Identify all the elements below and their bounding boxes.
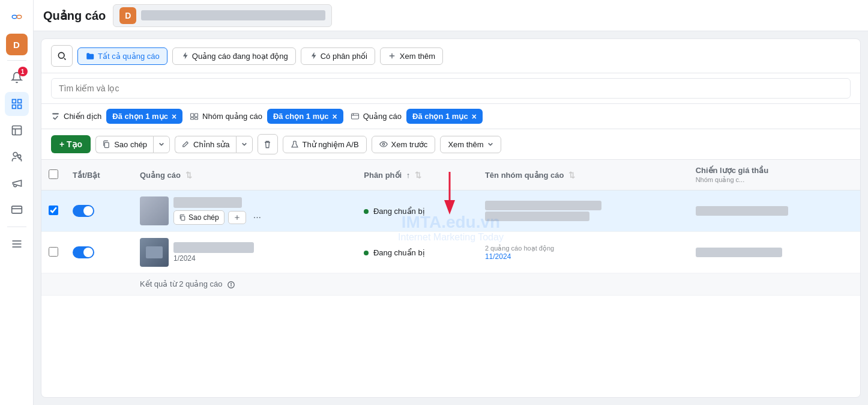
filter-all-label: Tất cả quảng cáo	[98, 52, 160, 61]
create-button[interactable]: + Tạo	[51, 135, 91, 153]
more-actions-button[interactable]: Xem thêm	[440, 136, 501, 153]
svg-rect-5	[17, 105, 21, 109]
row2-adgroup-name: 2 quảng cáo hoạt động	[485, 245, 681, 252]
svg-rect-24	[351, 114, 358, 119]
search-input[interactable]	[51, 78, 851, 99]
filter-more-btn[interactable]: Xem thêm	[380, 47, 443, 65]
sidebar-item-billing[interactable]	[5, 198, 29, 222]
row2-check-cell	[41, 232, 65, 273]
search-bar	[41, 73, 860, 104]
filter-all-ads-btn[interactable]: Tất cả quảng cáo	[77, 47, 167, 65]
chevron-down-icon-edit	[241, 141, 247, 147]
edit-split-button: Chỉnh sửa	[175, 136, 252, 153]
svg-rect-23	[194, 118, 197, 120]
preview-button[interactable]: Xem trước	[372, 136, 436, 153]
flash-icon-1	[180, 52, 188, 60]
ad-chip[interactable]: Đã chọn 1 mục ×	[406, 109, 483, 124]
ad-chip-close[interactable]: ×	[472, 112, 477, 121]
audience-icon	[11, 151, 23, 163]
ad-chip-group: Quảng cáo Đã chọn 1 mục ×	[351, 109, 483, 124]
svg-point-0	[12, 15, 17, 19]
filter-distributed-btn[interactable]: Có phân phối	[301, 47, 375, 65]
sidebar-item-account-d[interactable]: D	[6, 34, 28, 55]
filter-active-ads-btn[interactable]: Quảng cáo đang hoạt động	[172, 47, 296, 65]
row1-status-dot	[364, 209, 369, 214]
notification-badge: 1	[18, 67, 28, 76]
search-filter-btn[interactable]	[51, 45, 73, 67]
meta-logo-icon	[11, 11, 23, 23]
row2-toggle[interactable]	[73, 246, 94, 258]
campaign-chip-close[interactable]: ×	[172, 112, 176, 121]
row2-adgroup-date: 11/2024	[485, 252, 681, 261]
col-header-adgroup: Tên nhóm quảng cáo ⇅	[478, 160, 689, 190]
table-body: ████ Sao chép	[41, 190, 860, 296]
row1-checkbox[interactable]	[49, 206, 58, 215]
copy-dropdown-btn[interactable]	[153, 136, 170, 153]
row2-status-text: Đang chuẩn bị	[373, 248, 425, 257]
row1-thumb-inner	[140, 196, 169, 225]
adgroup-icon	[190, 112, 199, 121]
row1-toggle[interactable]	[73, 205, 94, 217]
row1-status-text: Đang chuẩn bị	[373, 207, 425, 216]
adgroup-chip-close[interactable]: ×	[332, 112, 337, 121]
campaign-label: Chiến dịch	[51, 112, 101, 121]
row1-thumbnail	[140, 196, 169, 225]
ab-test-button[interactable]: Thử nghiệm A/B	[283, 136, 367, 153]
main-area: Quảng cáo D ████████████████████████████…	[34, 0, 868, 405]
col-header-distribution[interactable]: Phân phối ⇅	[357, 160, 478, 190]
sidebar-item-ads[interactable]	[5, 171, 29, 195]
table-header-row: Tắt/Bật Quảng cáo ⇅ Phân phối ⇅	[41, 160, 860, 190]
sidebar-item-menu[interactable]	[5, 232, 29, 256]
svg-point-1	[17, 15, 22, 19]
adgroup-chip-group: Nhóm quảng cáo Đã chọn 1 mục ×	[190, 109, 343, 124]
row2-toggle-cell	[65, 232, 133, 273]
row1-toggle-cell	[65, 190, 133, 232]
svg-rect-21	[194, 114, 197, 117]
svg-rect-22	[191, 118, 194, 120]
delete-button[interactable]	[258, 134, 278, 154]
svg-rect-20	[191, 114, 194, 117]
select-all-checkbox[interactable]	[49, 169, 58, 179]
table-row: ████ 1/2024 Đang chuẩn bị	[41, 232, 860, 273]
row1-bid-cell: ████	[689, 190, 860, 232]
svg-point-33	[231, 283, 232, 284]
create-label: + Tạo	[59, 139, 82, 149]
sidebar-item-content[interactable]	[5, 118, 29, 142]
row1-adgroup-sub: ████	[485, 210, 681, 221]
account-letter: D	[13, 40, 20, 50]
filter-active-label: Quảng cáo đang hoạt động	[192, 52, 288, 61]
row2-thumb-img	[146, 246, 163, 258]
row2-adgroup-cell: 2 quảng cáo hoạt động 11/2024	[478, 232, 689, 273]
sidebar-item-audience[interactable]	[5, 145, 29, 169]
bid-sub-label: Nhóm quảng c...	[696, 176, 745, 183]
copy-button[interactable]: Sao chép	[95, 136, 153, 153]
adgroup-col-sort-icon: ⇅	[568, 171, 575, 180]
filter-bar: Tất cả quảng cáo Quảng cáo đang hoạt độn…	[41, 39, 860, 73]
row2-status-cell: Đang chuẩn bị	[357, 232, 478, 273]
campaign-chip[interactable]: Đã chọn 1 mục ×	[106, 109, 182, 124]
svg-rect-3	[17, 100, 21, 103]
row1-more-btn[interactable]: ···	[250, 211, 265, 224]
ads-table-container: IMTA.edu.vn Internet Marketing Today	[41, 160, 860, 397]
edit-button[interactable]: Chỉnh sửa	[175, 136, 235, 153]
action-bar: + Tạo Sao chép	[41, 129, 860, 160]
row1-ad-actions: Sao chép ···	[173, 210, 265, 225]
row1-copy-btn[interactable]: Sao chép	[173, 210, 225, 225]
adgroup-chip[interactable]: Đã chọn 1 mục ×	[267, 109, 343, 124]
edit-icon	[181, 140, 190, 148]
sidebar-item-notifications[interactable]: 1	[5, 65, 29, 90]
row2-checkbox[interactable]	[49, 247, 58, 257]
distribution-sort-icon	[406, 171, 411, 180]
adgroup-chip-text: Đã chọn 1 mục	[273, 112, 329, 121]
sidebar-item-grid[interactable]	[5, 92, 29, 116]
row1-check-cell	[41, 190, 65, 232]
sidebar-item-logo[interactable]	[5, 5, 29, 29]
account-selector[interactable]: D ████████████████████████████████	[113, 4, 332, 27]
row2-status-dot	[364, 251, 369, 255]
ad-label: Quảng cáo	[351, 112, 402, 121]
expand-icon	[234, 214, 241, 221]
content-card: Tất cả quảng cáo Quảng cáo đang hoạt độn…	[41, 38, 861, 398]
edit-dropdown-btn[interactable]	[236, 136, 253, 153]
row1-adgroup-cell: ████ ████	[478, 190, 689, 232]
row1-expand-btn[interactable]	[228, 211, 246, 224]
